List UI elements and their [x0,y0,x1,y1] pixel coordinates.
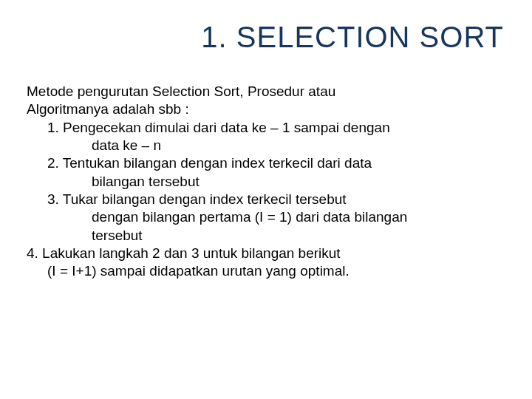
step-4-line-2: (I = I+1) sampai didapatkan urutan yang … [27,262,502,280]
slide-body: Metode pengurutan Selection Sort, Prosed… [27,83,502,280]
step-3-line-1: 3. Tukar bilangan dengan index terkecil … [27,191,502,208]
intro-line-2: Algoritmanya adalah sbb : [27,100,502,118]
step-2-line-2: bilangan tersebut [27,173,502,191]
step-2-line-1: 2. Tentukan bilangan dengan index terkec… [27,154,502,172]
slide: 1. SELECTION SORT Metode pengurutan Sele… [0,0,532,399]
slide-title: 1. SELECTION SORT [201,21,504,54]
step-3-line-3: tersebut [27,227,502,245]
step-3-line-2: dengan bilangan pertama (I = 1) dari dat… [27,208,502,226]
intro-line-1: Metode pengurutan Selection Sort, Prosed… [27,83,502,100]
step-1-line-2: data ke – n [27,137,502,154]
step-4-line-1: 4. Lakukan langkah 2 dan 3 untuk bilanga… [27,245,502,262]
step-1-line-1: 1. Pengecekan dimulai dari data ke – 1 s… [27,119,502,137]
